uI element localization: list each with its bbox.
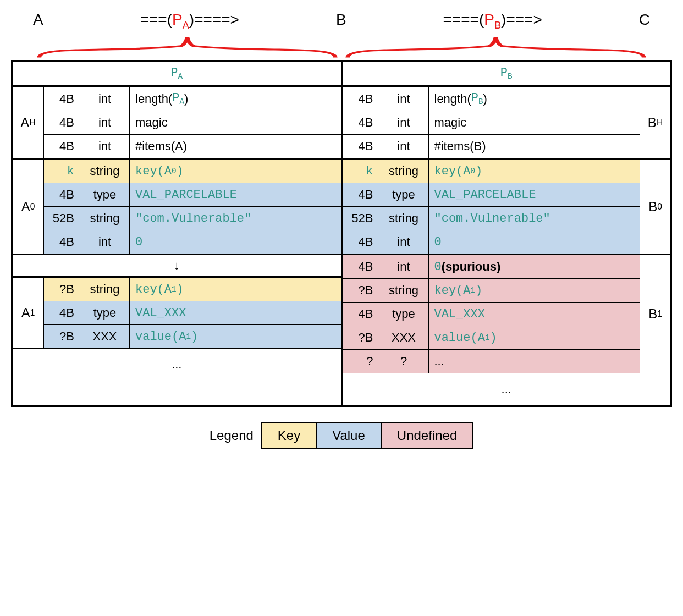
flow-node-a: A (33, 11, 43, 29)
pa-a1-side: A1 (13, 278, 43, 348)
pb-ellipsis-row: ... (343, 373, 671, 405)
cell-desc: 0 (428, 230, 640, 254)
cell-desc: 0 (spurious) (428, 255, 640, 278)
cell-size: 4B (43, 183, 80, 206)
cell-type: XXX (80, 325, 129, 348)
cell-desc: length(PA) (129, 87, 341, 111)
cell-desc: "com.Vulnerable" (428, 207, 640, 230)
brace-right (342, 35, 650, 60)
table-row: 4B int 0 (343, 230, 640, 254)
cell-size: 4B (343, 111, 379, 134)
flow-arrow-right: ====(PB)===> (352, 11, 634, 31)
cell-desc: key(A0) (129, 160, 341, 183)
cell-desc: key(A1) (428, 279, 640, 302)
cell-size: ?B (343, 326, 379, 349)
flow-row: A ===(PA)====> B ====(PB)===> C (11, 11, 672, 31)
cell-size: 4B (43, 230, 80, 254)
cell-desc: VAL_XXX (129, 301, 341, 324)
brace-left (33, 35, 342, 60)
cell-size: 4B (43, 135, 80, 158)
table-row: 4B type VAL_PARCELABLE (343, 183, 640, 207)
table-row: 4B int length(PA) (43, 87, 341, 111)
pb-header-group: 4B int length(PB) 4B int magic 4B int #i… (343, 87, 671, 160)
legend: Legend Key Value Undefined (11, 422, 672, 449)
table-row: ? ? ... (343, 350, 640, 373)
cell-size: 4B (43, 111, 80, 134)
cell-desc: key(A0) (428, 160, 640, 183)
cell-type: int (80, 87, 129, 111)
cell-type: int (80, 111, 129, 134)
ellipsis: ... (13, 349, 341, 381)
ellipsis: ... (343, 373, 671, 405)
pb-b0-side: B0 (640, 160, 670, 254)
table-row: ?B XXX value(A1) (343, 326, 640, 350)
cell-size: ?B (43, 278, 80, 301)
cell-size: ? (343, 350, 379, 373)
cell-size: 4B (343, 302, 379, 326)
cell-size: ?B (343, 279, 379, 302)
cell-type: XXX (379, 326, 428, 349)
table-row: ?B XXX value(A1) (43, 325, 341, 348)
pb-title: PB (343, 62, 671, 87)
cell-desc: #items(A) (129, 135, 341, 158)
cell-type: int (379, 230, 428, 254)
cell-desc: ... (428, 350, 640, 373)
cell-desc: #items(B) (428, 135, 640, 158)
down-arrow-icon: ↓ (13, 255, 341, 276)
legend-key-box: Key (261, 422, 317, 449)
pa-a0-side: A0 (13, 160, 43, 254)
cell-desc: magic (428, 111, 640, 134)
cell-type: string (80, 207, 129, 230)
table-row: 4B int magic (343, 111, 640, 135)
table-row: 4B int #items(B) (343, 135, 640, 158)
cell-type: int (379, 255, 428, 278)
cell-size: ?B (43, 325, 80, 348)
cell-type: string (379, 279, 428, 302)
cell-type: type (80, 183, 129, 206)
cell-size: 4B (343, 255, 379, 278)
cell-desc: length(PB) (428, 87, 640, 111)
cell-size: 4B (343, 87, 379, 111)
cell-type: type (379, 183, 428, 206)
cell-size: 4B (43, 87, 80, 111)
cell-desc: key(A1) (129, 278, 341, 301)
cell-type: type (80, 301, 129, 324)
cell-type: string (379, 207, 428, 230)
pa-header-rows: 4B int length(PA) 4B int magic 4B int #i… (43, 87, 341, 158)
table-row: k string key(A0) (343, 160, 640, 183)
cell-type: int (379, 135, 428, 158)
cell-size: 4B (343, 135, 379, 158)
cell-type: int (80, 135, 129, 158)
table-row: 4B int #items(A) (43, 135, 341, 158)
pa-a1-group: A1 ?B string key(A1) 4B type VAL_XXX ?B (13, 278, 341, 349)
table-row: 52B string "com.Vulnerable" (43, 207, 341, 230)
pa-header-side: AH (13, 87, 43, 158)
cell-desc: "com.Vulnerable" (129, 207, 341, 230)
cell-desc: value(A1) (129, 325, 341, 348)
cell-type: int (379, 111, 428, 134)
table-row: 4B type VAL_PARCELABLE (43, 183, 341, 207)
legend-label: Legend (210, 428, 254, 443)
cell-type: int (379, 87, 428, 111)
table-pb: PB 4B int length(PB) 4B int magic 4B (343, 62, 673, 406)
pb-b1-group: 4B int 0 (spurious) ?B string key(A1) 4B… (343, 255, 671, 373)
pa-a0-group: A0 k string key(A0) 4B type VAL_PARCELAB… (13, 160, 341, 255)
cell-desc: magic (129, 111, 341, 134)
legend-undefined-box: Undefined (382, 422, 473, 449)
pb-b1-side: B1 (640, 255, 670, 373)
cell-desc: 0 (129, 230, 341, 254)
cell-type: string (379, 160, 428, 183)
pa-gap-row: ↓ (13, 255, 341, 278)
tables-wrapper: PA AH 4B int length(PA) 4B int magic (11, 60, 672, 408)
cell-type: type (379, 302, 428, 326)
flow-node-c: C (639, 11, 650, 29)
table-row: 4B int magic (43, 111, 341, 135)
pb-header-side: BH (640, 87, 670, 158)
cell-desc: VAL_PARCELABLE (428, 183, 640, 206)
table-row: 4B int length(PB) (343, 87, 640, 111)
pa-header-group: AH 4B int length(PA) 4B int magic 4B (13, 87, 341, 160)
table-row: ?B string key(A1) (343, 279, 640, 302)
table-row: ?B string key(A1) (43, 278, 341, 301)
pa-title: PA (13, 62, 341, 87)
legend-value-box: Value (317, 422, 382, 449)
